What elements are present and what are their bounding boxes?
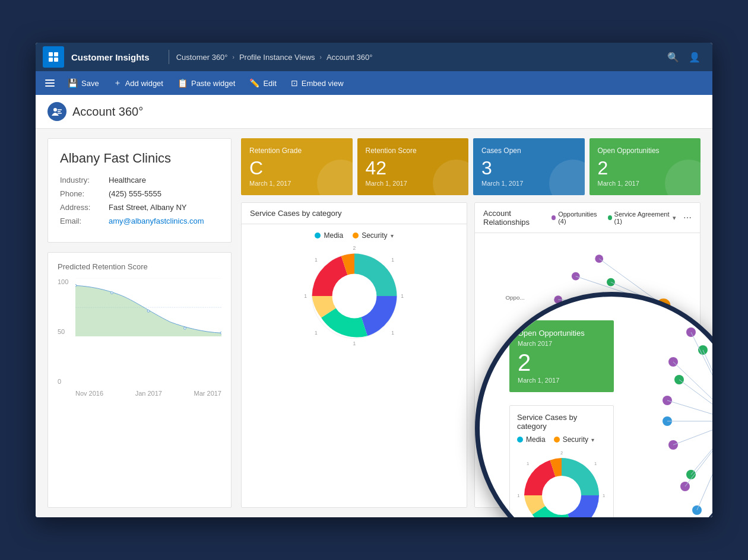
search-button[interactable]: 🔍 [663,46,684,68]
mag-opp-title: Open Opportunities [518,329,606,338]
phone-value: (425) 555-5555 [109,189,161,198]
acct-rel-legend: Opportunities (4) Service Agreement (1) … [552,211,692,225]
embed-view-label: Embed view [302,79,344,88]
kpi-tiles-row: Retention Grade C March 1, 2017 Retentio… [241,138,701,195]
donut-container: Media Security ▾ [249,231,459,346]
mag-legend-security: Security ▾ [554,435,594,444]
edit-label: Edit [263,79,276,88]
svc-agree-label: Service Agreement (1) [614,211,670,225]
chevron-icon-2: › [320,54,322,61]
page-content: Account 360° Albany Fast Clinics Industr… [36,95,712,517]
user-button[interactable]: 👤 [684,46,705,68]
account-info-card: Albany Fast Clinics Industry: Healthcare… [47,138,232,243]
embed-icon: ⊡ [291,78,298,88]
breadcrumb-item-2[interactable]: Profile Instance Views [239,53,315,62]
chart-title: Predicted Retention Score [58,262,221,271]
svg-text:1: 1 [391,257,394,263]
toolbar: 💾 Save ＋ Add widget 📋 Paste widget ✏️ Ed… [36,71,712,95]
svg-text:2: 2 [560,451,563,456]
svg-text:1: 1 [517,493,519,498]
page-header-icon [47,102,66,121]
paste-widget-button[interactable]: 📋 Paste widget [172,76,241,90]
top-nav: Customer Insights Customer 360° › Profil… [36,43,712,71]
service-cases-title: Service Cases by category [250,209,342,218]
service-cases-header: Service Cases by category [242,203,467,224]
mag-opp-tile: Open Opportunities March 2017 2 March 1,… [509,320,614,392]
kpi-label-3: Open Opportunities [598,147,693,155]
svg-line-81 [679,380,712,421]
legend-dropdown[interactable]: ▾ [391,233,394,239]
nav-separator [169,50,169,64]
page-title: Account 360° [72,105,143,119]
hamburger-icon [43,77,57,89]
menu-button[interactable] [40,74,59,93]
legend-item-media: Media [315,231,343,240]
left-column: Albany Fast Clinics Industry: Healthcare… [47,138,232,508]
retention-chart-card: Predicted Retention Score 100 50 0 [47,252,232,508]
mag-opp-value: 2 [518,351,606,374]
svg-point-10 [184,327,186,329]
breadcrumb-item-3[interactable]: Account 360° [327,53,372,62]
service-cases-panel: Service Cases by category Media [241,202,467,508]
acct-rel-header: Account Relationships Opportunities (4) … [475,203,700,233]
svc-agree-dot [608,215,612,220]
app-logo[interactable] [43,46,64,68]
svg-point-7 [75,284,77,287]
x-label-nov: Nov 2016 [75,390,103,397]
svg-point-11 [220,332,221,334]
x-label-mar: Mar 2017 [194,390,221,397]
mag-opp-subtitle: March 2017 [518,340,606,347]
paste-icon: 📋 [178,78,188,88]
mag-legend: Media Security ▾ [517,435,606,444]
add-widget-label: Add widget [125,79,163,88]
legend-item-security: Security ▾ [353,231,393,240]
svg-line-80 [703,350,712,421]
magnify-right [638,297,712,517]
page-header: Account 360° [36,95,712,129]
edit-button[interactable]: ✏️ Edit [243,76,282,90]
y-label-50: 50 [58,328,75,335]
address-row: Address: Fast Street, Albany NY [60,203,219,212]
embed-view-button[interactable]: ⊡ Embed view [285,76,350,90]
y-label-0: 0 [58,378,75,385]
kpi-tile-cases-open: Cases Open 3 March 1, 2017 [473,138,585,195]
company-name: Albany Fast Clinics [60,151,219,166]
mag-media-dot [517,437,523,443]
svg-text:1: 1 [594,461,597,466]
svg-text:1: 1 [353,341,356,346]
legend-chevron[interactable]: ▾ [673,214,676,222]
security-dot [353,233,359,238]
add-widget-button[interactable]: ＋ Add widget [107,75,169,91]
mag-legend-dropdown[interactable]: ▾ [591,437,594,443]
chart-svg [75,278,221,336]
save-button[interactable]: 💾 Save [62,76,105,90]
mag-security-dot [554,437,560,443]
mag-svc-panel: Service Cases by category Media Security… [509,405,614,517]
svg-text:Oppo...: Oppo... [505,294,524,301]
kpi-tile-retention-grade: Retention Grade C March 1, 2017 [241,138,353,195]
email-row: Email: amy@albanyfastclinics.com [60,217,219,225]
media-dot [315,233,321,238]
svg-point-8 [111,292,113,294]
app-window: Customer Insights Customer 360° › Profil… [36,43,712,517]
industry-row: Industry: Healthcare [60,176,219,184]
breadcrumb: Customer 360° › Profile Instance Views ›… [176,53,373,62]
svg-text:1: 1 [401,293,404,299]
svg-text:2: 2 [353,246,356,251]
mag-security-label: Security [563,435,588,444]
kpi-tile-retention-score: Retention Score 42 March 1, 2017 [357,138,469,195]
legend-svc-agree: Service Agreement (1) ▾ [608,211,676,225]
svg-text:1: 1 [304,293,307,299]
mag-opp-date: March 1, 2017 [518,377,606,384]
kpi-label-1: Retention Score [366,147,461,155]
email-value[interactable]: amy@albanyfastclinics.com [109,217,204,225]
kpi-label-2: Cases Open [481,147,576,155]
mag-network-svg [644,303,712,517]
opps-legend-label: Opportunities (4) [558,211,600,225]
industry-label: Industry: [60,176,102,184]
media-label: Media [324,231,343,240]
breadcrumb-item-1[interactable]: Customer 360° [176,53,228,62]
app-title: Customer Insights [71,52,150,62]
more-menu-icon[interactable]: ⋯ [683,213,692,222]
svg-line-78 [673,421,712,445]
